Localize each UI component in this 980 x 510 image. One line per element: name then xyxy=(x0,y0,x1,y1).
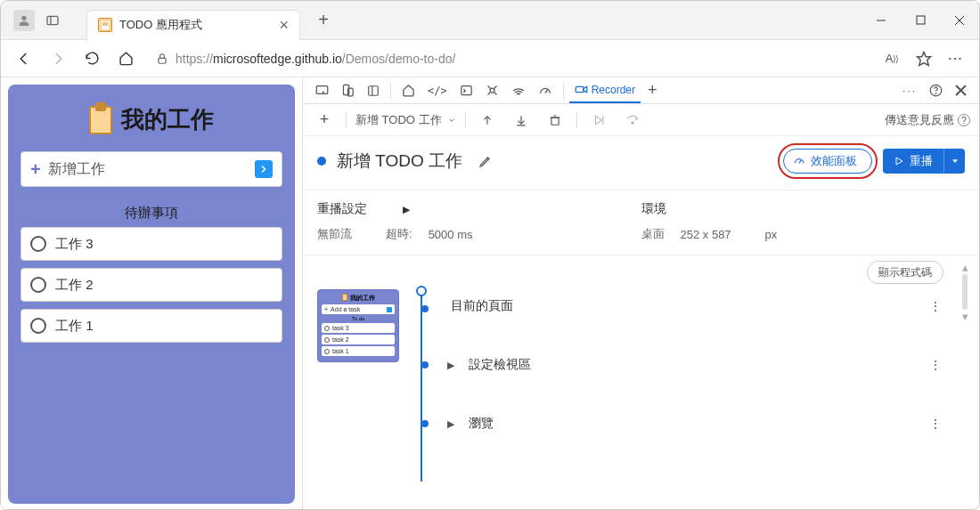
recording-select[interactable]: 新增 TODO 工作 xyxy=(355,112,466,128)
timeline-step[interactable]: ▶ 設定檢視區 ⋮ xyxy=(447,343,965,387)
tab-close-icon[interactable]: × xyxy=(279,16,289,35)
timeout-label: 超時: xyxy=(386,226,412,242)
edit-title-icon[interactable] xyxy=(473,149,498,174)
app-pane: 我的工作 + 新增工作 待辦事項 工作 3 工作 2 工作 1 xyxy=(1,77,302,510)
svg-marker-36 xyxy=(595,116,601,124)
svg-rect-15 xyxy=(369,85,379,95)
svg-rect-24 xyxy=(576,86,584,92)
devtools-pane: </> Recorder + ··· + 新增 TODO 工作 xyxy=(302,77,979,510)
replay-button[interactable]: 重播 xyxy=(883,149,943,174)
svg-point-27 xyxy=(935,93,936,94)
show-code-button[interactable]: 顯示程式碼 xyxy=(867,261,943,284)
add-task-input[interactable]: + 新增工作 xyxy=(20,151,282,187)
env-heading: 環境 xyxy=(641,201,666,217)
help-icon[interactable] xyxy=(924,78,948,103)
profile-avatar[interactable] xyxy=(13,10,35,31)
play-icon xyxy=(894,156,904,166)
submit-icon[interactable] xyxy=(255,160,273,178)
replay-options-button[interactable] xyxy=(943,149,965,174)
tab-favicon xyxy=(98,18,112,32)
timeline-step[interactable]: ▶ 瀏覽 ⋮ xyxy=(447,401,965,446)
network-tab-icon[interactable] xyxy=(506,78,531,103)
svg-marker-11 xyxy=(918,52,931,65)
svg-rect-33 xyxy=(551,117,558,125)
elements-tab-icon[interactable]: </> xyxy=(422,78,453,103)
lock-icon xyxy=(156,53,168,65)
plus-icon: + xyxy=(30,159,41,180)
chevron-right-icon[interactable]: ▶ xyxy=(447,418,454,430)
svg-marker-40 xyxy=(896,158,902,165)
address-bar: https://microsoftedge.github.io/Demos/de… xyxy=(1,40,979,77)
recording-title: 新增 TODO 工作 xyxy=(337,150,462,173)
window-maximize-button[interactable] xyxy=(901,3,940,38)
chevron-right-icon[interactable]: ▶ xyxy=(447,360,454,371)
step-menu-icon[interactable]: ⋮ xyxy=(929,299,942,313)
recorder-toolbar: + 新增 TODO 工作 傳送意見反應? xyxy=(303,104,979,136)
url-field[interactable]: https://microsoftedge.github.io/Demos/de… xyxy=(147,45,870,72)
favorite-icon[interactable] xyxy=(911,46,936,71)
tab-title: TODO 應用程式 xyxy=(119,17,202,33)
read-aloud-icon[interactable]: A)) xyxy=(879,46,904,71)
performance-tab-icon[interactable] xyxy=(533,78,558,103)
activity-bar-icon[interactable] xyxy=(362,78,385,103)
console-tab-icon[interactable] xyxy=(454,78,478,103)
checkbox-icon[interactable] xyxy=(30,277,46,293)
checkbox-icon[interactable] xyxy=(30,236,46,252)
svg-line-21 xyxy=(487,92,490,94)
window-minimize-button[interactable] xyxy=(862,3,901,38)
svg-line-22 xyxy=(494,92,496,94)
app-logo-icon xyxy=(89,106,112,134)
devtools-more-icon[interactable]: ··· xyxy=(897,78,922,103)
more-tabs-icon[interactable]: + xyxy=(642,78,663,103)
svg-line-23 xyxy=(545,89,548,93)
throttle-value: 無節流 xyxy=(317,226,352,242)
back-button[interactable] xyxy=(12,46,37,71)
inspect-icon[interactable] xyxy=(310,78,334,103)
recording-body: 顯示程式碼 ▴▾ 我的工作 +Add a task To do task 3 t… xyxy=(303,255,979,510)
chevron-down-icon xyxy=(447,116,456,125)
performance-panel-button[interactable]: 效能面板 xyxy=(783,149,872,174)
export-icon[interactable] xyxy=(475,108,500,133)
screenshot-thumbnail: 我的工作 +Add a task To do task 3 task 2 tas… xyxy=(317,289,399,446)
svg-line-39 xyxy=(799,160,801,164)
timeline-step[interactable]: 目前的頁面 ⋮ xyxy=(447,284,965,328)
task-item[interactable]: 工作 1 xyxy=(20,309,282,343)
browser-tab[interactable]: TODO 應用程式 × xyxy=(86,10,300,40)
svg-line-20 xyxy=(494,86,496,89)
svg-line-19 xyxy=(487,86,490,89)
delete-icon[interactable] xyxy=(543,108,568,133)
svg-rect-1 xyxy=(47,16,58,24)
app-title: 我的工作 xyxy=(121,104,214,135)
expand-icon[interactable]: ▶ xyxy=(403,204,410,215)
recorder-tab[interactable]: Recorder xyxy=(569,78,641,103)
continue-icon[interactable] xyxy=(586,108,611,133)
new-recording-icon[interactable]: + xyxy=(312,108,337,133)
welcome-tab-icon[interactable] xyxy=(396,78,421,103)
step-menu-icon[interactable]: ⋮ xyxy=(929,417,942,431)
browser-menu-icon[interactable]: ··· xyxy=(943,46,968,71)
svg-rect-12 xyxy=(316,86,328,94)
window-close-button[interactable] xyxy=(940,3,979,38)
task-item[interactable]: 工作 2 xyxy=(20,268,282,302)
step-icon[interactable] xyxy=(620,108,645,133)
new-tab-button[interactable]: + xyxy=(311,8,336,33)
devtools-close-icon[interactable] xyxy=(950,78,972,103)
sources-tab-icon[interactable] xyxy=(480,78,504,103)
home-button[interactable] xyxy=(113,46,138,71)
workspaces-icon[interactable] xyxy=(40,8,65,33)
timeout-value: 5000 ms xyxy=(429,228,473,241)
svg-point-0 xyxy=(21,15,26,20)
device-icon[interactable] xyxy=(336,78,360,103)
todo-heading: 待辦事項 xyxy=(20,205,282,222)
import-icon[interactable] xyxy=(509,108,534,133)
feedback-link[interactable]: 傳送意見反應? xyxy=(885,112,970,128)
step-menu-icon[interactable]: ⋮ xyxy=(929,358,942,372)
add-task-label: 新增工作 xyxy=(48,160,105,179)
window-titlebar: TODO 應用程式 × + xyxy=(1,1,979,40)
svg-point-18 xyxy=(490,88,494,93)
task-item[interactable]: 工作 3 xyxy=(20,227,282,261)
checkbox-icon[interactable] xyxy=(30,318,46,334)
refresh-button[interactable] xyxy=(79,46,104,71)
svg-rect-17 xyxy=(461,86,471,95)
svg-marker-41 xyxy=(952,159,958,163)
